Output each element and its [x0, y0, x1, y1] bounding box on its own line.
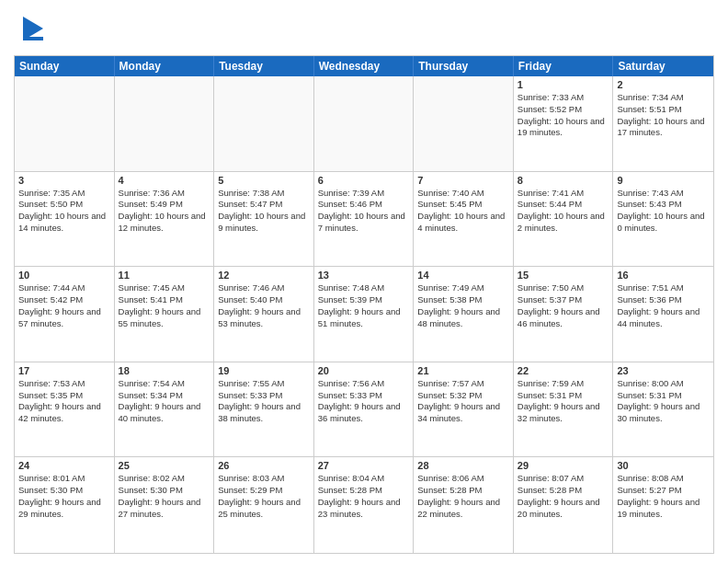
calendar-cell [214, 76, 314, 171]
calendar-cell: 16Sunrise: 7:51 AMSunset: 5:36 PMDayligh… [613, 267, 713, 362]
calendar-cell: 20Sunrise: 7:56 AMSunset: 5:33 PMDayligh… [314, 362, 415, 457]
day-number: 15 [518, 270, 609, 281]
calendar-cell: 3Sunrise: 7:35 AMSunset: 5:50 PMDaylight… [15, 172, 115, 267]
day-number: 7 [417, 175, 509, 186]
day-info: Sunrise: 7:43 AMSunset: 5:43 PMDaylight:… [617, 188, 710, 235]
calendar-week: 17Sunrise: 7:53 AMSunset: 5:35 PMDayligh… [15, 362, 713, 458]
calendar-cell [414, 76, 514, 171]
day-number: 21 [417, 365, 509, 376]
calendar-cell: 28Sunrise: 8:06 AMSunset: 5:28 PMDayligh… [414, 457, 514, 553]
day-info: Sunrise: 7:35 AMSunset: 5:50 PMDaylight:… [18, 188, 110, 235]
day-number: 13 [318, 270, 410, 281]
calendar-cell: 4Sunrise: 7:36 AMSunset: 5:49 PMDaylight… [115, 172, 215, 267]
day-info: Sunrise: 8:08 AMSunset: 5:27 PMDaylight:… [617, 473, 710, 520]
day-number: 6 [318, 175, 410, 186]
calendar-cell: 1Sunrise: 7:33 AMSunset: 5:52 PMDaylight… [514, 76, 614, 171]
day-number: 26 [218, 460, 310, 471]
day-info: Sunrise: 7:59 AMSunset: 5:31 PMDaylight:… [518, 378, 609, 425]
day-info: Sunrise: 7:49 AMSunset: 5:38 PMDaylight:… [417, 282, 509, 329]
day-info: Sunrise: 7:38 AMSunset: 5:47 PMDaylight:… [218, 188, 310, 235]
calendar-cell: 14Sunrise: 7:49 AMSunset: 5:38 PMDayligh… [414, 267, 514, 362]
calendar-cell: 5Sunrise: 7:38 AMSunset: 5:47 PMDaylight… [214, 172, 314, 267]
day-info: Sunrise: 8:04 AMSunset: 5:28 PMDaylight:… [318, 473, 410, 520]
day-number: 24 [18, 460, 110, 471]
day-info: Sunrise: 7:50 AMSunset: 5:37 PMDaylight:… [518, 282, 609, 329]
calendar-header-cell: Friday [514, 56, 614, 76]
calendar-cell: 6Sunrise: 7:39 AMSunset: 5:46 PMDaylight… [314, 172, 415, 267]
day-info: Sunrise: 7:51 AMSunset: 5:36 PMDaylight:… [617, 282, 710, 329]
day-info: Sunrise: 7:34 AMSunset: 5:51 PMDaylight:… [617, 92, 710, 139]
day-number: 27 [318, 460, 410, 471]
logo-svg [14, 9, 52, 48]
day-number: 1 [518, 79, 609, 90]
day-info: Sunrise: 8:03 AMSunset: 5:29 PMDaylight:… [218, 473, 310, 520]
logo-icon [14, 9, 52, 48]
day-number: 23 [617, 365, 710, 376]
day-number: 8 [518, 175, 609, 186]
day-number: 25 [119, 460, 210, 471]
calendar-header: SundayMondayTuesdayWednesdayThursdayFrid… [15, 56, 713, 76]
calendar-week: 24Sunrise: 8:01 AMSunset: 5:30 PMDayligh… [15, 457, 713, 553]
day-info: Sunrise: 7:39 AMSunset: 5:46 PMDaylight:… [318, 188, 410, 235]
calendar-header-cell: Thursday [414, 56, 514, 76]
day-number: 17 [18, 365, 110, 376]
day-info: Sunrise: 7:33 AMSunset: 5:52 PMDaylight:… [518, 92, 609, 139]
day-number: 29 [518, 460, 609, 471]
day-number: 22 [518, 365, 609, 376]
day-info: Sunrise: 7:54 AMSunset: 5:34 PMDaylight:… [119, 378, 210, 425]
day-number: 12 [218, 270, 310, 281]
day-number: 10 [18, 270, 110, 281]
day-info: Sunrise: 8:02 AMSunset: 5:30 PMDaylight:… [119, 473, 210, 520]
calendar-cell: 25Sunrise: 8:02 AMSunset: 5:30 PMDayligh… [115, 457, 215, 553]
day-info: Sunrise: 8:00 AMSunset: 5:31 PMDaylight:… [617, 378, 710, 425]
day-number: 19 [218, 365, 310, 376]
day-number: 18 [119, 365, 210, 376]
calendar-cell: 15Sunrise: 7:50 AMSunset: 5:37 PMDayligh… [514, 267, 614, 362]
day-number: 30 [617, 460, 710, 471]
calendar-week: 10Sunrise: 7:44 AMSunset: 5:42 PMDayligh… [15, 267, 713, 362]
calendar-cell: 9Sunrise: 7:43 AMSunset: 5:43 PMDaylight… [613, 172, 713, 267]
calendar-cell: 24Sunrise: 8:01 AMSunset: 5:30 PMDayligh… [15, 457, 115, 553]
calendar-week: 1Sunrise: 7:33 AMSunset: 5:52 PMDaylight… [15, 76, 713, 172]
calendar-cell: 23Sunrise: 8:00 AMSunset: 5:31 PMDayligh… [613, 362, 713, 457]
svg-rect-1 [23, 37, 43, 40]
calendar-cell: 10Sunrise: 7:44 AMSunset: 5:42 PMDayligh… [15, 267, 115, 362]
day-number: 28 [417, 460, 509, 471]
calendar-cell: 2Sunrise: 7:34 AMSunset: 5:51 PMDaylight… [613, 76, 713, 171]
day-number: 16 [617, 270, 710, 281]
day-info: Sunrise: 8:01 AMSunset: 5:30 PMDaylight:… [18, 473, 110, 520]
calendar-cell: 12Sunrise: 7:46 AMSunset: 5:40 PMDayligh… [214, 267, 314, 362]
day-number: 2 [617, 79, 710, 90]
calendar-header-cell: Saturday [613, 56, 713, 76]
calendar-cell: 17Sunrise: 7:53 AMSunset: 5:35 PMDayligh… [15, 362, 115, 457]
day-info: Sunrise: 7:36 AMSunset: 5:49 PMDaylight:… [119, 188, 210, 235]
calendar-header-cell: Sunday [15, 56, 115, 76]
calendar-cell [314, 76, 415, 171]
calendar-cell: 13Sunrise: 7:48 AMSunset: 5:39 PMDayligh… [314, 267, 415, 362]
day-info: Sunrise: 7:44 AMSunset: 5:42 PMDaylight:… [18, 282, 110, 329]
day-info: Sunrise: 7:46 AMSunset: 5:40 PMDaylight:… [218, 282, 310, 329]
day-info: Sunrise: 7:45 AMSunset: 5:41 PMDaylight:… [119, 282, 210, 329]
page: SundayMondayTuesdayWednesdayThursdayFrid… [0, 0, 728, 563]
day-number: 20 [318, 365, 410, 376]
calendar-header-cell: Tuesday [214, 56, 314, 76]
calendar-week: 3Sunrise: 7:35 AMSunset: 5:50 PMDaylight… [15, 172, 713, 268]
day-number: 4 [119, 175, 210, 186]
day-info: Sunrise: 8:07 AMSunset: 5:28 PMDaylight:… [518, 473, 609, 520]
day-info: Sunrise: 7:40 AMSunset: 5:45 PMDaylight:… [417, 188, 509, 235]
calendar-cell: 22Sunrise: 7:59 AMSunset: 5:31 PMDayligh… [514, 362, 614, 457]
calendar-cell [115, 76, 215, 171]
day-info: Sunrise: 7:41 AMSunset: 5:44 PMDaylight:… [518, 188, 609, 235]
calendar-cell: 18Sunrise: 7:54 AMSunset: 5:34 PMDayligh… [115, 362, 215, 457]
day-info: Sunrise: 7:57 AMSunset: 5:32 PMDaylight:… [417, 378, 509, 425]
day-info: Sunrise: 7:55 AMSunset: 5:33 PMDaylight:… [218, 378, 310, 425]
calendar-cell: 21Sunrise: 7:57 AMSunset: 5:32 PMDayligh… [414, 362, 514, 457]
calendar-cell [15, 76, 115, 171]
calendar-header-cell: Wednesday [314, 56, 415, 76]
day-number: 14 [417, 270, 509, 281]
day-number: 11 [119, 270, 210, 281]
calendar-body: 1Sunrise: 7:33 AMSunset: 5:52 PMDaylight… [15, 76, 713, 553]
day-info: Sunrise: 7:53 AMSunset: 5:35 PMDaylight:… [18, 378, 110, 425]
calendar-cell: 8Sunrise: 7:41 AMSunset: 5:44 PMDaylight… [514, 172, 614, 267]
calendar-cell: 11Sunrise: 7:45 AMSunset: 5:41 PMDayligh… [115, 267, 215, 362]
